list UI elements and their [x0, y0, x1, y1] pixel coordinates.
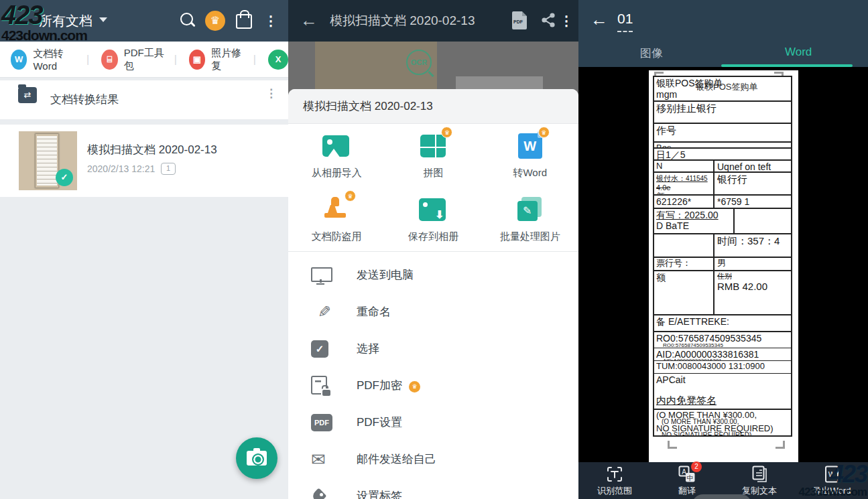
copy-text-button[interactable]: 复制文本 — [723, 462, 796, 499]
panel-ocr-result: ← 01 图像 Word 银联POS签购单 银联POS签购单 mgm 移别挂止银… — [578, 0, 868, 499]
recognize-range-icon — [606, 466, 623, 483]
word-doc-icon: W — [518, 133, 542, 159]
collage-icon — [420, 135, 446, 157]
recognize-range-button[interactable]: 识别范围 — [578, 462, 651, 499]
action-batch-process[interactable]: ✎ 批量处理图片 — [482, 188, 578, 251]
document-thumbnail: ✓ — [19, 131, 77, 190]
search-button[interactable] — [178, 11, 198, 31]
divider: | — [253, 54, 256, 66]
shopping-bag-icon — [236, 14, 252, 29]
envelope-icon: ✉ — [311, 449, 331, 470]
receipt-codes-block: RO0:5765874509535345 RO0:576587450953534… — [654, 332, 791, 390]
receipt-row: 银联POS签购单 银联POS签购单 mgm — [654, 77, 791, 102]
excel-circle-icon: X — [268, 50, 288, 70]
folder-label: 文档转换结果 — [50, 92, 119, 107]
batch-edit-icon: ✎ — [516, 196, 543, 222]
menu-select[interactable]: ✓ 选择 — [288, 330, 578, 367]
translate-icon: 2 A 中 — [678, 466, 696, 483]
document-title: 模拟扫描文档 2020-02-13 — [87, 142, 217, 157]
divider: | — [174, 54, 177, 66]
pdf-icon: PDF — [311, 414, 332, 431]
right-header: ← 01 — [578, 0, 868, 42]
action-anti-theft[interactable]: ♛ 文档防盗用 — [288, 188, 385, 251]
sheet-title: 模拟扫描文档 2020-02-13 — [288, 89, 578, 124]
image-icon — [322, 135, 349, 157]
bar-label: 识别范围 — [597, 485, 632, 497]
save-image-icon — [419, 198, 446, 221]
panel-document-list: 所有文档 ♛ ⋮ 423 423down.com W 文档转Word — [0, 0, 288, 499]
tab-image[interactable]: 图像 — [640, 46, 663, 61]
ocr-bottom-bar: 识别范围 2 A 中 翻译 — [578, 462, 868, 499]
page-count-badge: 1 — [161, 163, 176, 175]
tool-pdf-kit[interactable]: ⌸ PDF工具包 — [101, 47, 164, 72]
page-indicator-pill: 1/1 OCR — [692, 494, 752, 499]
receipt-row: 作号 — [654, 124, 791, 143]
receipt-row: 票行号： 0400.40 男 18571 1501501 — [654, 258, 791, 271]
menu-email-to-self[interactable]: ✉ 邮件发送给自己 — [288, 441, 578, 478]
camera-icon — [247, 451, 267, 466]
more-vertical-icon[interactable]: ⋮ — [560, 11, 570, 31]
divider: | — [86, 54, 89, 66]
share-icon[interactable] — [540, 12, 556, 28]
export-word-button[interactable]: W 导出Word — [796, 462, 868, 499]
folder-row-conversion-results[interactable]: ⇄ 文档转换结果 ⋮ — [0, 80, 288, 119]
action-label: 保存到相册 — [408, 230, 458, 243]
pdf-view-icon[interactable] — [512, 11, 527, 29]
folder-icon: ⇄ — [18, 87, 37, 103]
divider — [288, 251, 578, 252]
svg-text:中: 中 — [687, 474, 694, 482]
notification-badge: 2 — [691, 461, 702, 472]
action-collage[interactable]: ♛ 拼图 — [385, 124, 481, 188]
ocr-receipt-table: 银联POS签购单 银联POS签购单 mgm 移别挂止银行 作号 Bos 日1／5… — [653, 76, 792, 437]
word-preview-page[interactable]: 银联POS签购单 银联POS签购单 mgm 移别挂止银行 作号 Bos 日1／5… — [649, 70, 798, 462]
menu-label: PDF设置 — [357, 415, 402, 430]
action-grid: 从相册导入 ♛ 拼图 W ♛ 转Word ♛ 文档防盗用 — [288, 124, 578, 251]
back-arrow-icon[interactable]: ← — [300, 11, 318, 29]
receipt-row: N Uqnef on teft — [654, 161, 791, 173]
menu-rename[interactable]: ✎ 重命名 — [288, 293, 578, 330]
monitor-icon — [311, 265, 330, 285]
menu-send-to-pc[interactable]: 发送到电脑 — [288, 257, 578, 293]
translate-button[interactable]: 2 A 中 翻译 — [651, 462, 723, 499]
panel-document-actions: ← 模拟扫描文档 2020-02-13 ⋮ OCR 模拟扫描文档 2020-02… — [288, 0, 578, 499]
receipt-row: 备 E/AETTREKE: — [654, 315, 791, 332]
chevron-down-icon[interactable] — [99, 17, 107, 22]
dimmed-document-preview: OCR — [288, 42, 578, 89]
tool-to-excel[interactable]: X — [268, 50, 288, 70]
camera-fab-button[interactable] — [236, 437, 277, 479]
overflow-menu-button[interactable]: ⋮ — [264, 11, 284, 31]
menu-label: 选择 — [357, 341, 379, 356]
cloud-synced-icon: ✓ — [56, 169, 73, 186]
photo-repair-icon: ▣ — [189, 50, 205, 70]
receipt-row: 额 住别 RMB 42.00 — [654, 271, 791, 315]
action-import-from-album[interactable]: 从相册导入 — [288, 124, 385, 188]
tool-doc-to-word[interactable]: W 文档转Word — [11, 48, 77, 72]
menu-label: 重命名 — [357, 304, 391, 319]
back-arrow-icon[interactable]: ← — [591, 11, 608, 28]
menu-pdf-settings[interactable]: PDF PDF设置 — [288, 404, 578, 441]
folder-more-button[interactable]: ⋮ — [265, 90, 275, 96]
store-button[interactable] — [234, 11, 254, 31]
tool-photo-repair[interactable]: ▣ 照片修复 — [189, 47, 244, 72]
action-to-word[interactable]: W ♛ 转Word — [482, 124, 578, 188]
left-header: 所有文档 ♛ ⋮ — [0, 0, 288, 42]
ocr-doc-title[interactable]: 01 — [617, 11, 633, 32]
tab-word[interactable]: Word — [785, 46, 812, 59]
document-card[interactable]: ✓ 模拟扫描文档 2020-02-13 2020/2/13 12:21 1 — [0, 125, 288, 197]
premium-button[interactable]: ♛ — [205, 11, 225, 31]
result-tabs: 图像 Word — [578, 42, 868, 67]
menu-set-tag[interactable]: 设置标签 — [288, 478, 578, 499]
active-tab-underline — [721, 64, 853, 67]
pencil-icon: ✎ — [311, 302, 331, 322]
app-root: 所有文档 ♛ ⋮ 423 423down.com W 文档转Word — [0, 0, 868, 499]
receipt-row: 621226* *6759 1 — [654, 196, 791, 209]
action-save-to-album[interactable]: 保存到相册 — [385, 188, 481, 251]
menu-label: 设置标签 — [357, 488, 402, 499]
receipt-row: 内内免凳签名 — [654, 390, 791, 410]
receipt-row: 时间：357：4 — [654, 234, 791, 258]
action-label: 从相册导入 — [312, 167, 362, 180]
receipt-row: Bos — [654, 143, 791, 149]
crown-badge-icon: ♛ — [409, 381, 420, 393]
bar-label: 导出Word — [813, 485, 851, 497]
menu-pdf-encrypt[interactable]: PDF加密♛ — [288, 367, 578, 404]
